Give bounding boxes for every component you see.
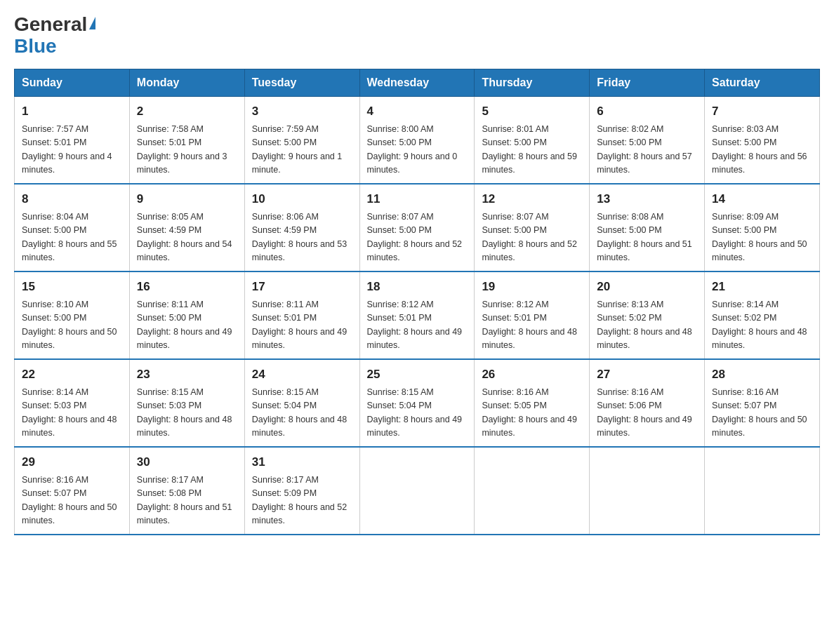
day-info: Sunrise: 8:06 AMSunset: 4:59 PMDaylight:… <box>252 210 352 265</box>
day-number: 20 <box>597 278 697 296</box>
calendar-body: 1Sunrise: 7:57 AMSunset: 5:01 PMDaylight… <box>15 96 820 535</box>
calendar-cell: 2Sunrise: 7:58 AMSunset: 5:01 PMDaylight… <box>129 96 244 184</box>
day-info: Sunrise: 7:58 AMSunset: 5:01 PMDaylight:… <box>137 123 237 177</box>
logo-general-text: General <box>14 14 87 36</box>
calendar-cell: 1Sunrise: 7:57 AMSunset: 5:01 PMDaylight… <box>15 96 130 184</box>
day-info: Sunrise: 7:59 AMSunset: 5:00 PMDaylight:… <box>252 123 352 177</box>
calendar-week-row: 22Sunrise: 8:14 AMSunset: 5:03 PMDayligh… <box>15 359 820 447</box>
day-number: 3 <box>252 102 352 121</box>
calendar-cell <box>590 447 705 535</box>
day-info: Sunrise: 8:09 AMSunset: 5:00 PMDaylight:… <box>712 210 812 265</box>
calendar-cell <box>475 447 590 535</box>
logo-blue-text: Blue <box>14 36 57 58</box>
calendar-week-row: 1Sunrise: 7:57 AMSunset: 5:01 PMDaylight… <box>15 96 820 184</box>
day-info: Sunrise: 8:03 AMSunset: 5:00 PMDaylight:… <box>712 123 812 177</box>
day-number: 2 <box>137 102 237 121</box>
calendar-cell: 30Sunrise: 8:17 AMSunset: 5:08 PMDayligh… <box>129 447 244 535</box>
day-number: 30 <box>137 453 237 471</box>
calendar-week-row: 29Sunrise: 8:16 AMSunset: 5:07 PMDayligh… <box>15 447 820 535</box>
day-info: Sunrise: 8:12 AMSunset: 5:01 PMDaylight:… <box>367 298 468 353</box>
day-info: Sunrise: 8:08 AMSunset: 5:00 PMDaylight:… <box>597 210 697 265</box>
day-number: 31 <box>252 453 352 471</box>
calendar-cell: 26Sunrise: 8:16 AMSunset: 5:05 PMDayligh… <box>475 359 590 447</box>
calendar-cell: 31Sunrise: 8:17 AMSunset: 5:09 PMDayligh… <box>244 447 359 535</box>
day-number: 17 <box>252 278 352 296</box>
day-number: 19 <box>482 278 582 296</box>
calendar-cell: 4Sunrise: 8:00 AMSunset: 5:00 PMDaylight… <box>359 96 475 184</box>
day-number: 6 <box>597 102 697 121</box>
weekday-header-saturday: Saturday <box>705 69 820 96</box>
calendar-cell: 13Sunrise: 8:08 AMSunset: 5:00 PMDayligh… <box>590 184 705 271</box>
day-number: 25 <box>367 365 468 384</box>
day-number: 23 <box>137 365 237 384</box>
day-info: Sunrise: 8:14 AMSunset: 5:02 PMDaylight:… <box>712 298 812 353</box>
day-info: Sunrise: 8:16 AMSunset: 5:07 PMDaylight:… <box>22 474 122 528</box>
weekday-header-friday: Friday <box>590 69 705 96</box>
day-number: 1 <box>22 102 122 121</box>
day-number: 11 <box>367 190 468 208</box>
day-info: Sunrise: 8:17 AMSunset: 5:08 PMDaylight:… <box>137 474 237 528</box>
calendar-cell: 7Sunrise: 8:03 AMSunset: 5:00 PMDaylight… <box>705 96 820 184</box>
day-info: Sunrise: 8:16 AMSunset: 5:06 PMDaylight:… <box>597 386 697 441</box>
day-number: 5 <box>482 102 582 121</box>
day-info: Sunrise: 8:00 AMSunset: 5:00 PMDaylight:… <box>367 123 468 177</box>
day-number: 18 <box>367 278 468 296</box>
day-info: Sunrise: 8:02 AMSunset: 5:00 PMDaylight:… <box>597 123 697 177</box>
weekday-header-thursday: Thursday <box>475 69 590 96</box>
day-number: 4 <box>367 102 468 121</box>
calendar-cell: 10Sunrise: 8:06 AMSunset: 4:59 PMDayligh… <box>244 184 359 271</box>
day-info: Sunrise: 8:15 AMSunset: 5:04 PMDaylight:… <box>367 386 468 441</box>
calendar-cell: 20Sunrise: 8:13 AMSunset: 5:02 PMDayligh… <box>590 271 705 359</box>
day-info: Sunrise: 8:01 AMSunset: 5:00 PMDaylight:… <box>482 123 582 177</box>
day-info: Sunrise: 8:11 AMSunset: 5:01 PMDaylight:… <box>252 298 352 353</box>
calendar-cell: 27Sunrise: 8:16 AMSunset: 5:06 PMDayligh… <box>590 359 705 447</box>
day-info: Sunrise: 8:07 AMSunset: 5:00 PMDaylight:… <box>367 210 468 265</box>
calendar-cell: 6Sunrise: 8:02 AMSunset: 5:00 PMDaylight… <box>590 96 705 184</box>
day-number: 21 <box>712 278 812 296</box>
weekday-header-sunday: Sunday <box>15 69 130 96</box>
day-number: 8 <box>22 190 122 208</box>
day-info: Sunrise: 8:10 AMSunset: 5:00 PMDaylight:… <box>22 298 122 353</box>
day-info: Sunrise: 8:14 AMSunset: 5:03 PMDaylight:… <box>22 386 122 441</box>
day-number: 13 <box>597 190 697 208</box>
day-number: 16 <box>137 278 237 296</box>
calendar-cell: 8Sunrise: 8:04 AMSunset: 5:00 PMDaylight… <box>15 184 130 271</box>
day-info: Sunrise: 8:15 AMSunset: 5:04 PMDaylight:… <box>252 386 352 441</box>
day-number: 28 <box>712 365 812 384</box>
calendar-cell: 15Sunrise: 8:10 AMSunset: 5:00 PMDayligh… <box>15 271 130 359</box>
calendar-cell: 23Sunrise: 8:15 AMSunset: 5:03 PMDayligh… <box>129 359 244 447</box>
header: General Blue <box>14 14 820 58</box>
calendar-cell: 5Sunrise: 8:01 AMSunset: 5:00 PMDaylight… <box>475 96 590 184</box>
calendar-cell: 17Sunrise: 8:11 AMSunset: 5:01 PMDayligh… <box>244 271 359 359</box>
day-info: Sunrise: 8:11 AMSunset: 5:00 PMDaylight:… <box>137 298 237 353</box>
day-number: 12 <box>482 190 582 208</box>
calendar-cell <box>705 447 820 535</box>
day-number: 15 <box>22 278 122 296</box>
day-info: Sunrise: 8:13 AMSunset: 5:02 PMDaylight:… <box>597 298 697 353</box>
calendar-cell: 19Sunrise: 8:12 AMSunset: 5:01 PMDayligh… <box>475 271 590 359</box>
calendar-cell: 16Sunrise: 8:11 AMSunset: 5:00 PMDayligh… <box>129 271 244 359</box>
day-number: 10 <box>252 190 352 208</box>
day-number: 27 <box>597 365 697 384</box>
weekday-header-monday: Monday <box>129 69 244 96</box>
calendar-cell: 12Sunrise: 8:07 AMSunset: 5:00 PMDayligh… <box>475 184 590 271</box>
calendar-cell: 21Sunrise: 8:14 AMSunset: 5:02 PMDayligh… <box>705 271 820 359</box>
day-info: Sunrise: 8:05 AMSunset: 4:59 PMDaylight:… <box>137 210 237 265</box>
weekday-header-tuesday: Tuesday <box>244 69 359 96</box>
calendar-week-row: 15Sunrise: 8:10 AMSunset: 5:00 PMDayligh… <box>15 271 820 359</box>
day-number: 14 <box>712 190 812 208</box>
day-info: Sunrise: 8:17 AMSunset: 5:09 PMDaylight:… <box>252 474 352 528</box>
day-number: 9 <box>137 190 237 208</box>
calendar-cell: 24Sunrise: 8:15 AMSunset: 5:04 PMDayligh… <box>244 359 359 447</box>
calendar-cell <box>359 447 475 535</box>
calendar-cell: 11Sunrise: 8:07 AMSunset: 5:00 PMDayligh… <box>359 184 475 271</box>
day-info: Sunrise: 8:16 AMSunset: 5:07 PMDaylight:… <box>712 386 812 441</box>
calendar-header-row: SundayMondayTuesdayWednesdayThursdayFrid… <box>15 69 820 96</box>
day-info: Sunrise: 8:16 AMSunset: 5:05 PMDaylight:… <box>482 386 582 441</box>
day-info: Sunrise: 8:04 AMSunset: 5:00 PMDaylight:… <box>22 210 122 265</box>
logo-arrow-icon <box>89 17 95 29</box>
day-number: 29 <box>22 453 122 471</box>
day-info: Sunrise: 7:57 AMSunset: 5:01 PMDaylight:… <box>22 123 122 177</box>
day-number: 22 <box>22 365 122 384</box>
calendar-cell: 22Sunrise: 8:14 AMSunset: 5:03 PMDayligh… <box>15 359 130 447</box>
